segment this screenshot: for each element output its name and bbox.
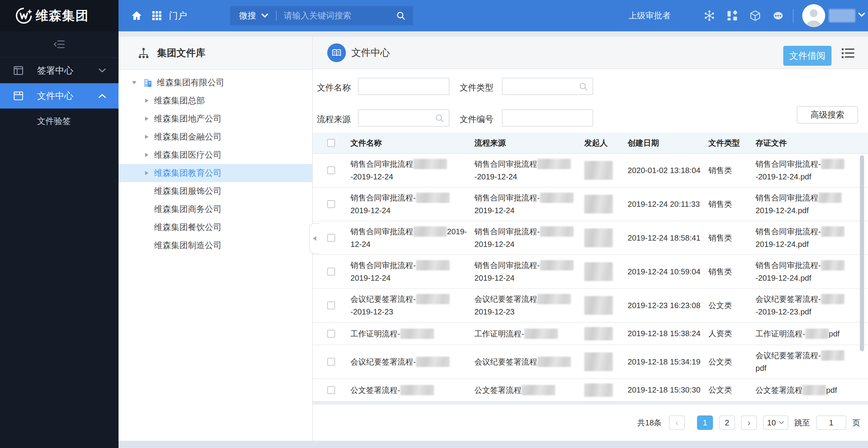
redacted-text xyxy=(821,159,844,169)
cell-initiator xyxy=(584,296,628,315)
home-icon[interactable] xyxy=(130,0,144,31)
list-view-icon[interactable] xyxy=(841,47,855,59)
company-logo-icon xyxy=(15,7,33,24)
filter-input-file-number[interactable] xyxy=(502,109,593,127)
portal-tab[interactable]: 门户 xyxy=(169,0,187,31)
global-searchbox: 微搜 xyxy=(230,6,413,25)
col-header-initiator: 发起人 xyxy=(584,138,628,148)
row-checkbox[interactable] xyxy=(327,358,335,366)
jump-to-label: 跳至 xyxy=(795,418,810,428)
sidebar-collapse-button[interactable] xyxy=(0,31,119,58)
filter-label-file-name: 文件名称 xyxy=(317,82,351,93)
redacted-text xyxy=(540,260,574,270)
avatar[interactable] xyxy=(802,4,825,27)
row-checkbox[interactable] xyxy=(327,268,335,276)
cell-flow-source: 销售合同审批流程-2019-12-24 xyxy=(474,158,584,183)
table-row[interactable]: 会议纪要签署流程- 会议纪要签署流程 2019-12-18 15:34:19 公… xyxy=(313,345,868,379)
tree-item[interactable]: 维森集团教育公司 xyxy=(119,164,312,182)
tree-collapse-handle[interactable] xyxy=(309,223,319,254)
tree-item-label: 维森集团服饰公司 xyxy=(154,185,222,197)
tree-item[interactable]: 维森集团地产公司 xyxy=(119,110,312,128)
cell-evidence-file: 销售合同审批流程--2019-12-24.pdf xyxy=(755,259,858,284)
redacted-text xyxy=(400,385,434,395)
file-borrow-button[interactable]: 文件借阅 xyxy=(783,46,832,66)
row-checkbox[interactable] xyxy=(327,166,335,174)
search-scope-label[interactable]: 微搜 xyxy=(239,10,256,22)
username-redacted[interactable] xyxy=(829,9,855,22)
cube-icon[interactable] xyxy=(749,0,762,31)
tree-item[interactable]: 维森集团商务公司 xyxy=(119,200,312,218)
table-row[interactable]: 公文签署流程- 公文签署流程 2019-12-18 15:30:30 公文类 公… xyxy=(313,379,868,402)
page-size-select[interactable]: 10 xyxy=(763,415,788,430)
tree-root-item[interactable]: 维森集团有限公司 xyxy=(119,73,312,92)
redacted-text xyxy=(413,159,447,169)
row-checkbox[interactable] xyxy=(327,200,335,208)
tree-item[interactable]: 维森集团金融公司 xyxy=(119,128,312,146)
expand-arrow-right-icon[interactable] xyxy=(145,171,148,175)
topbar-divider xyxy=(793,9,794,22)
redacted-initiator xyxy=(584,352,613,371)
table-row[interactable]: 销售合同审批流程-2019-12-24 销售合同审批流程-2019-12-24 … xyxy=(313,188,868,221)
tree-item-label: 维森集团制造公司 xyxy=(154,240,222,251)
org-tree-panel: 集团文件库 维森集团有限公司 维森集团总部 维森集团地产公司 xyxy=(119,37,313,441)
page-button-1[interactable]: 1 xyxy=(697,415,713,430)
tree-item[interactable]: 维森集团医疗公司 xyxy=(119,146,312,164)
sidebar-subitem-label: 文件验签 xyxy=(37,116,71,127)
page-button-2[interactable]: 2 xyxy=(719,415,735,430)
row-checkbox[interactable] xyxy=(327,301,335,309)
expand-arrow-down-icon[interactable] xyxy=(132,81,136,85)
cell-file-type: 销售类 xyxy=(709,165,755,176)
tree-item[interactable]: 维森集团制造公司 xyxy=(119,236,312,254)
vertical-scrollbar[interactable] xyxy=(860,155,864,351)
filter-search-icon[interactable] xyxy=(579,82,588,91)
cell-initiator xyxy=(584,262,628,281)
redacted-text xyxy=(524,329,558,339)
filter-search-icon[interactable] xyxy=(435,114,444,123)
search-icon[interactable] xyxy=(396,11,405,20)
expand-arrow-right-icon[interactable] xyxy=(145,135,148,139)
cell-initiator xyxy=(584,228,628,247)
filter-input-file-name[interactable] xyxy=(358,78,450,95)
jump-page-input[interactable] xyxy=(816,415,846,430)
sidebar-item-file-center[interactable]: 文件中心 xyxy=(0,83,119,108)
advanced-search-button[interactable]: 高级搜索 xyxy=(797,106,858,124)
table-row[interactable]: 销售合同审批流程2019-12-24 销售合同审批流程-2019-12-24 2… xyxy=(313,221,868,255)
table-row[interactable]: 会议纪要签署流程--2019-12-23 会议纪要签署流程2019-12-23 … xyxy=(313,289,868,323)
row-checkbox[interactable] xyxy=(327,386,335,394)
user-menu-chevron-down-icon[interactable] xyxy=(858,12,866,18)
row-checkbox[interactable] xyxy=(327,330,335,338)
sidebar-item-sign-center[interactable]: 签署中心 xyxy=(0,58,119,83)
apps-grid-icon[interactable] xyxy=(150,0,163,31)
expand-arrow-right-icon[interactable] xyxy=(145,99,148,103)
tree-item[interactable]: 维森集团餐饮公司 xyxy=(119,218,312,236)
cell-flow-source: 公文签署流程 xyxy=(474,384,584,396)
cell-create-date: 2019-12-24 18:58:41 xyxy=(628,233,709,243)
redacted-text xyxy=(537,159,571,169)
cell-initiator xyxy=(584,195,628,214)
scope-chevron-down-icon[interactable] xyxy=(261,13,269,19)
dashboard-icon[interactable] xyxy=(726,0,739,31)
global-search-input[interactable] xyxy=(283,10,396,21)
redacted-initiator xyxy=(584,161,613,180)
select-all-checkbox[interactable] xyxy=(327,139,335,147)
expand-arrow-right-icon[interactable] xyxy=(145,117,148,121)
redacted-initiator xyxy=(584,195,613,214)
tree-item[interactable]: 维森集团服饰公司 xyxy=(119,182,312,200)
sidebar-item-file-verify[interactable]: 文件验签 xyxy=(0,108,119,134)
cell-initiator xyxy=(584,383,628,397)
main-header: 文件中心 文件借阅 xyxy=(313,37,868,69)
prev-page-button[interactable]: ‹ xyxy=(669,415,685,430)
table-row[interactable]: 销售合同审批流程-2019-12-24 销售合同审批流程-2019-12-24 … xyxy=(313,154,868,188)
more-ellipsis-icon[interactable] xyxy=(772,0,785,31)
table-row[interactable]: 工作证明流程- 工作证明流程- 2019-12-18 15:38:24 人资类 … xyxy=(313,323,868,345)
relation-hub-icon[interactable] xyxy=(703,0,716,31)
col-header-flow-source: 流程来源 xyxy=(474,136,584,149)
app-root: 维森集团 门户 微搜 上级审批者 xyxy=(0,0,868,448)
expand-arrow-right-icon[interactable] xyxy=(145,153,148,157)
company-name: 维森集团 xyxy=(36,7,89,24)
row-checkbox[interactable] xyxy=(327,234,335,242)
table-row[interactable]: 销售合同审批流程-2019-12-24 销售合同审批流程-2019-12-24 … xyxy=(313,255,868,289)
next-page-button[interactable]: › xyxy=(741,415,757,430)
cell-evidence-file: 销售合同审批流程--2019-12-24.pdf xyxy=(755,158,858,183)
tree-item[interactable]: 维森集团总部 xyxy=(119,92,312,110)
